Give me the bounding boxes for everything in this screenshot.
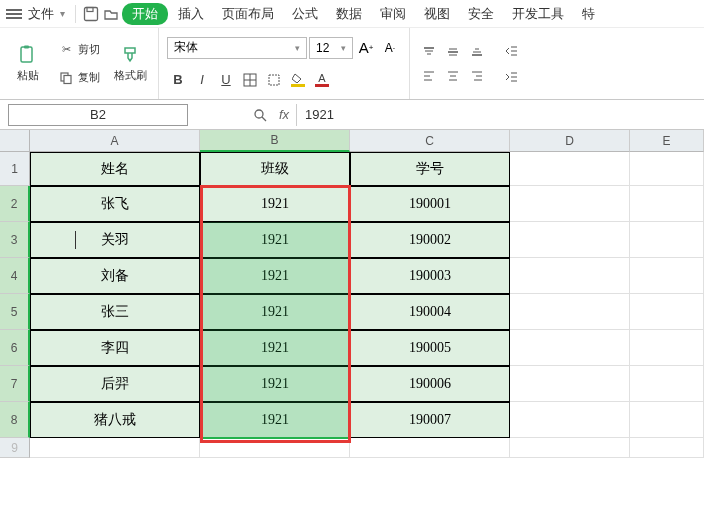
- col-header-b[interactable]: B: [200, 130, 350, 152]
- align-middle-button[interactable]: [442, 41, 464, 63]
- cell[interactable]: [630, 294, 704, 330]
- cell[interactable]: [510, 402, 630, 438]
- tab-data[interactable]: 数据: [328, 5, 370, 23]
- cell[interactable]: 姓名: [30, 152, 200, 186]
- underline-button[interactable]: U: [215, 69, 237, 91]
- increase-indent-button[interactable]: [500, 66, 522, 88]
- align-left-button[interactable]: [418, 65, 440, 87]
- cell[interactable]: [510, 294, 630, 330]
- fx-icon[interactable]: fx: [272, 107, 296, 122]
- row-header[interactable]: 7: [0, 366, 30, 402]
- tab-extra[interactable]: 特: [574, 5, 603, 23]
- cell[interactable]: [630, 330, 704, 366]
- cell[interactable]: 后羿: [30, 366, 200, 402]
- paste-button[interactable]: 粘贴: [8, 36, 48, 92]
- cell[interactable]: [630, 152, 704, 186]
- cell[interactable]: 班级: [200, 152, 350, 186]
- bold-button[interactable]: B: [167, 69, 189, 91]
- row-header[interactable]: 1: [0, 152, 30, 186]
- row-header[interactable]: 6: [0, 330, 30, 366]
- align-right-button[interactable]: [466, 65, 488, 87]
- select-all-corner[interactable]: [0, 130, 30, 152]
- align-top-button[interactable]: [418, 41, 440, 63]
- cell-active[interactable]: 1921: [200, 186, 350, 222]
- cell[interactable]: [350, 438, 510, 458]
- border-style-button[interactable]: [263, 69, 285, 91]
- italic-button[interactable]: I: [191, 69, 213, 91]
- format-painter-button[interactable]: 格式刷: [110, 36, 150, 92]
- cell[interactable]: [510, 438, 630, 458]
- cell[interactable]: 1921: [200, 402, 350, 438]
- name-box[interactable]: B2: [8, 104, 188, 126]
- fill-color-button[interactable]: [287, 69, 309, 91]
- cell[interactable]: [510, 222, 630, 258]
- file-menu[interactable]: 文件: [24, 5, 58, 23]
- cell[interactable]: [510, 186, 630, 222]
- cell[interactable]: [630, 258, 704, 294]
- cell[interactable]: [510, 152, 630, 186]
- cell[interactable]: 关羽: [30, 222, 200, 258]
- font-color-button[interactable]: A: [311, 69, 333, 91]
- col-header-d[interactable]: D: [510, 130, 630, 152]
- formula-input[interactable]: 1921: [296, 104, 704, 126]
- cell[interactable]: [630, 186, 704, 222]
- tab-security[interactable]: 安全: [460, 5, 502, 23]
- cell[interactable]: [630, 438, 704, 458]
- col-header-a[interactable]: A: [30, 130, 200, 152]
- font-size-select[interactable]: 12 ▾: [309, 37, 353, 59]
- tab-view[interactable]: 视图: [416, 5, 458, 23]
- row-header[interactable]: 8: [0, 402, 30, 438]
- tab-review[interactable]: 审阅: [372, 5, 414, 23]
- row-header[interactable]: 5: [0, 294, 30, 330]
- row-header[interactable]: 3: [0, 222, 30, 258]
- decrease-font-button[interactable]: A-: [379, 37, 401, 59]
- tab-start[interactable]: 开始: [122, 3, 168, 25]
- hamburger-icon[interactable]: [6, 9, 22, 19]
- cell[interactable]: [630, 366, 704, 402]
- row-header[interactable]: 9: [0, 438, 30, 458]
- cell[interactable]: 学号: [350, 152, 510, 186]
- cell[interactable]: [630, 222, 704, 258]
- cell[interactable]: 1921: [200, 294, 350, 330]
- cell[interactable]: 190006: [350, 366, 510, 402]
- tab-formula[interactable]: 公式: [284, 5, 326, 23]
- cell[interactable]: 1921: [200, 366, 350, 402]
- cell[interactable]: 190001: [350, 186, 510, 222]
- cell[interactable]: 190004: [350, 294, 510, 330]
- cell[interactable]: [510, 330, 630, 366]
- font-name-select[interactable]: 宋体 ▾: [167, 37, 307, 59]
- cell[interactable]: [510, 366, 630, 402]
- cut-button[interactable]: ✂ 剪切: [54, 38, 104, 62]
- decrease-indent-button[interactable]: [500, 40, 522, 62]
- border-button[interactable]: [239, 69, 261, 91]
- align-center-button[interactable]: [442, 65, 464, 87]
- increase-font-button[interactable]: A+: [355, 37, 377, 59]
- search-icon[interactable]: [248, 108, 272, 122]
- save-icon[interactable]: [82, 5, 100, 23]
- tab-devtools[interactable]: 开发工具: [504, 5, 572, 23]
- col-header-c[interactable]: C: [350, 130, 510, 152]
- cell[interactable]: [200, 438, 350, 458]
- open-icon[interactable]: [102, 5, 120, 23]
- cell[interactable]: [30, 438, 200, 458]
- cell[interactable]: 190002: [350, 222, 510, 258]
- chevron-down-icon[interactable]: ▾: [60, 8, 69, 19]
- cell[interactable]: 190003: [350, 258, 510, 294]
- cell[interactable]: 张三: [30, 294, 200, 330]
- cell[interactable]: 1921: [200, 330, 350, 366]
- cell[interactable]: 1921: [200, 258, 350, 294]
- cell[interactable]: [630, 402, 704, 438]
- cell[interactable]: 1921: [200, 222, 350, 258]
- cell[interactable]: 190007: [350, 402, 510, 438]
- row-header[interactable]: 2: [0, 186, 30, 222]
- col-header-e[interactable]: E: [630, 130, 704, 152]
- copy-button[interactable]: 复制: [54, 66, 104, 90]
- align-bottom-button[interactable]: [466, 41, 488, 63]
- cell[interactable]: 张飞: [30, 186, 200, 222]
- tab-layout[interactable]: 页面布局: [214, 5, 282, 23]
- cell[interactable]: 刘备: [30, 258, 200, 294]
- cell[interactable]: 猪八戒: [30, 402, 200, 438]
- cell[interactable]: 李四: [30, 330, 200, 366]
- row-header[interactable]: 4: [0, 258, 30, 294]
- cell[interactable]: 190005: [350, 330, 510, 366]
